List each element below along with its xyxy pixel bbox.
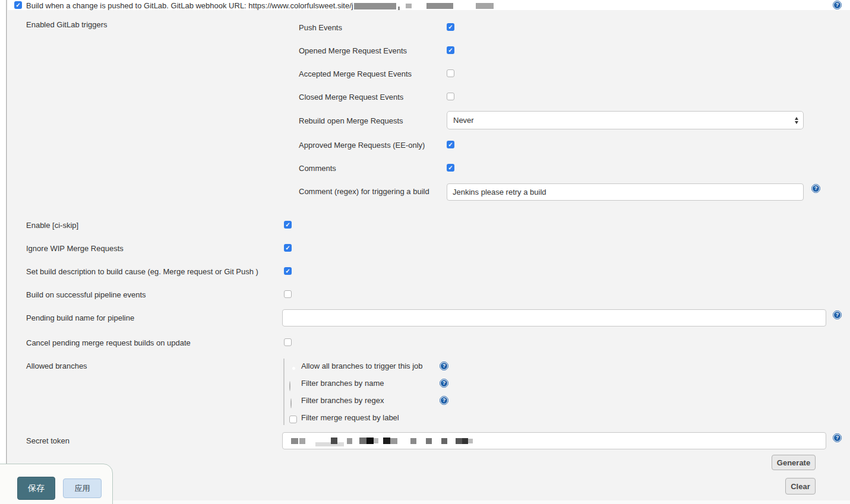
filter-mr-by-label-checkbox[interactable] <box>289 416 297 423</box>
opened-mr-events-label: Opened Merge Request Events <box>299 46 407 56</box>
push-events-checkbox[interactable] <box>447 23 454 31</box>
redacted-token <box>299 438 305 444</box>
build-on-pipeline-label: Build on successful pipeline events <box>26 290 146 300</box>
cancel-pending-checkbox[interactable] <box>284 338 292 346</box>
section-indent-line <box>6 0 7 500</box>
pending-build-name-input[interactable] <box>282 309 826 327</box>
redacted-token <box>315 442 344 446</box>
filter-branches-by-regex-radio[interactable] <box>290 398 292 408</box>
redacted-token <box>441 438 447 444</box>
generate-button[interactable]: Generate <box>772 455 816 470</box>
apply-button[interactable]: 应用 <box>63 478 102 498</box>
redacted-token <box>468 439 473 443</box>
filter-branches-by-name-radio[interactable] <box>289 381 290 391</box>
ignore-wip-mr-checkbox[interactable] <box>284 244 292 252</box>
redacted-token <box>390 438 397 444</box>
redacted-token <box>456 438 462 444</box>
build-on-pipeline-checkbox[interactable] <box>284 290 292 298</box>
clear-button[interactable]: Clear <box>785 478 816 495</box>
comment-regex-input[interactable] <box>447 183 804 201</box>
pending-build-name-label: Pending build name for pipeline <box>26 313 134 323</box>
build-when-pushed-checkbox[interactable] <box>14 1 22 9</box>
secret-token-label: Secret token <box>26 436 69 446</box>
filter-branches-by-regex-label: Filter branches by regex <box>301 396 384 405</box>
radio-group-indent-line <box>283 359 285 425</box>
allow-all-branches-label: Allow all branches to trigger this job <box>301 362 423 371</box>
redacted-token <box>291 438 298 444</box>
redacted-text <box>354 3 396 9</box>
help-icon[interactable] <box>833 433 842 442</box>
redacted-token <box>383 438 390 444</box>
redacted-text <box>476 3 494 9</box>
cancel-pending-label: Cancel pending merge request builds on u… <box>26 338 191 348</box>
trigger-config-panel <box>8 10 850 500</box>
comment-regex-label: Comment (regex) for triggering a build <box>299 187 429 196</box>
build-when-pushed-text: Build when a change is pushed to GitLab.… <box>26 1 353 11</box>
redacted-token <box>366 438 374 444</box>
closed-mr-events-checkbox[interactable] <box>447 93 454 100</box>
rebuild-open-mr-select[interactable]: Never <box>447 111 804 129</box>
build-when-pushed-label: Build when a change is pushed to GitLab.… <box>26 1 494 11</box>
select-arrows-icon <box>795 117 798 124</box>
set-build-description-checkbox[interactable] <box>284 267 292 275</box>
rebuild-open-mr-label: Rebuild open Merge Requests <box>299 116 403 126</box>
redacted-text <box>398 7 400 10</box>
redacted-token <box>462 438 468 444</box>
comments-label: Comments <box>299 164 336 173</box>
set-build-description-label: Set build description to build cause (eg… <box>26 267 258 277</box>
redacted-text <box>426 3 453 9</box>
ignore-wip-mr-label: Ignore WIP Merge Requests <box>26 244 124 253</box>
enable-ci-skip-label: Enable [ci-skip] <box>26 221 78 230</box>
redacted-token <box>410 438 416 444</box>
approved-mr-label: Approved Merge Requests (EE-only) <box>299 141 425 150</box>
enabled-gitlab-triggers-label: Enabled GitLab triggers <box>26 20 108 30</box>
secret-token-input[interactable] <box>282 432 826 449</box>
redacted-token <box>374 438 378 443</box>
redacted-text <box>406 4 412 8</box>
save-apply-bar: 保存 应用 <box>0 464 113 504</box>
push-events-label: Push Events <box>299 23 342 33</box>
closed-mr-events-label: Closed Merge Request Events <box>299 93 403 102</box>
redacted-token <box>347 438 352 444</box>
redacted-token <box>359 438 366 444</box>
opened-mr-events-checkbox[interactable] <box>447 46 454 54</box>
enable-ci-skip-checkbox[interactable] <box>284 221 292 229</box>
help-icon[interactable] <box>440 396 448 405</box>
allowed-branches-label: Allowed branches <box>26 362 87 371</box>
help-icon[interactable] <box>833 310 842 319</box>
rebuild-open-mr-select-value: Never <box>453 116 474 125</box>
help-icon[interactable] <box>833 1 842 9</box>
save-button[interactable]: 保存 <box>17 477 55 500</box>
bottom-strip <box>0 500 850 504</box>
redacted-token <box>331 438 337 444</box>
redacted-token <box>426 438 432 444</box>
help-icon[interactable] <box>440 362 448 370</box>
comments-checkbox[interactable] <box>447 164 454 172</box>
help-icon[interactable] <box>440 379 448 388</box>
accepted-mr-events-label: Accepted Merge Request Events <box>299 69 412 79</box>
filter-mr-by-label-label: Filter merge request by label <box>301 413 399 423</box>
help-icon[interactable] <box>811 184 820 193</box>
accepted-mr-events-checkbox[interactable] <box>447 69 454 77</box>
filter-branches-by-name-label: Filter branches by name <box>301 379 384 388</box>
approved-mr-checkbox[interactable] <box>447 141 454 148</box>
